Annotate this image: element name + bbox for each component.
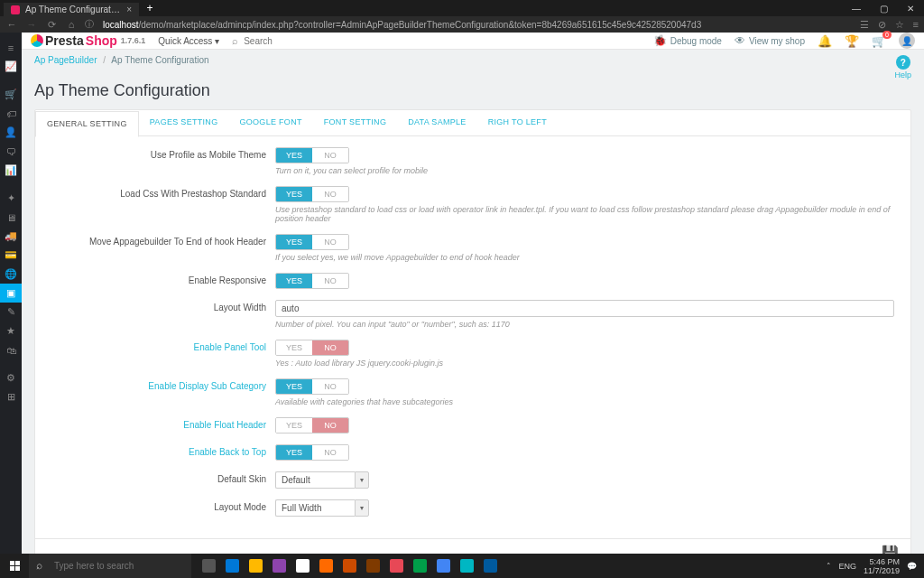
nav-back[interactable]: ← [5,19,18,30]
url-bar[interactable]: localhost/demo/marketplace/admincp/index… [101,20,853,30]
help-button[interactable]: ? Help [894,55,911,79]
tab-right-to-left[interactable]: RIGH TO LEFT [477,110,558,135]
window-maximize[interactable]: ▢ [870,4,897,14]
search-icon: ⌕ [232,35,238,46]
toggle[interactable]: YES NO [275,147,349,163]
toggle-no[interactable]: NO [312,340,348,355]
toggle-yes[interactable]: YES [276,235,312,249]
menu-icon[interactable]: ≡ [913,19,919,31]
tab-font-setting[interactable]: FONT SETTING [313,110,397,135]
toggle[interactable]: YES NO [275,444,349,461]
form-label: Enable Back to Top [51,444,275,457]
form-row: Move Appagebuilder To End of hook Header… [51,234,894,262]
sidebar-dashboard-icon[interactable]: 📈 [0,57,22,76]
quick-access-dropdown[interactable]: Quick Access ▾ [158,36,219,46]
toggle[interactable]: YES NO [275,340,349,356]
search-input[interactable] [244,36,352,46]
sidebar-customers-icon[interactable]: 👤 [0,123,22,142]
toggle-yes[interactable]: YES [276,418,312,433]
sidebar-orders-icon[interactable]: 🛒 [0,85,22,104]
toggle-no[interactable]: NO [312,235,348,249]
debug-mode-link[interactable]: 🐞Debug mode [653,34,722,47]
toggle-no[interactable]: NO [312,148,348,163]
sidebar-stats-icon[interactable]: 📊 [0,161,22,180]
select-value: Default [275,471,355,489]
toggle[interactable]: YES NO [275,234,349,250]
form-label: Move Appagebuilder To End of hook Header [51,234,275,247]
toggle-yes[interactable]: YES [276,187,312,201]
topbar: PrestaShop 1.7.6.1 Quick Access ▾ ⌕ 🐞Deb… [22,33,924,50]
sidebar-advanced-icon[interactable]: ⊞ [0,387,22,406]
toggle-yes[interactable]: YES [276,274,312,288]
toggle-yes[interactable]: YES [276,379,312,394]
protection-icon[interactable]: ⊘ [878,19,886,31]
form-label: Default Skin [51,471,275,484]
toggle[interactable]: YES NO [275,378,349,395]
toggle-no[interactable]: NO [312,445,348,460]
tab-google-font[interactable]: GOOGLE FONT [228,110,312,135]
close-icon[interactable]: × [126,5,132,14]
sidebar-configure-icon[interactable]: ⚙ [0,368,22,387]
select[interactable]: Default ▾ [275,471,369,489]
nav-home[interactable]: ⌂ [65,19,78,30]
sidebar-design-icon[interactable]: 🖥 [0,208,22,227]
tabs: GENERAL SETTING PAGES SETTING GOOGLE FON… [35,110,910,136]
select[interactable]: Full Width ▾ [275,499,369,517]
logo[interactable]: PrestaShop 1.7.6.1 [31,33,145,48]
nav-forward: → [25,19,38,30]
tab-data-sample[interactable]: DATA SAMPLE [397,110,477,135]
toggle-no[interactable]: NO [312,379,348,394]
toggle[interactable]: YES NO [275,417,349,434]
chevron-down-icon[interactable]: ▾ [355,499,369,517]
browser-tab[interactable]: Ap Theme Configuration • m × [4,3,139,16]
tab-favicon [11,5,20,14]
sidebar-payment-icon[interactable]: 💳 [0,246,22,265]
layout-width-input[interactable] [275,300,894,317]
cart-icon[interactable]: 🛒0 [872,34,886,48]
toggle-no[interactable]: NO [312,418,348,433]
form-label: Enable Display Sub Category [51,378,275,391]
logo-icon [31,34,43,47]
nav-reload[interactable]: ⟳ [45,19,58,31]
bookmark-icon[interactable]: ☆ [895,19,904,31]
sidebar-modules-icon[interactable]: ✦ [0,189,22,208]
tab-general-setting[interactable]: GENERAL SETTING [35,111,139,137]
toggle-yes[interactable]: YES [276,445,312,460]
toggle-yes[interactable]: YES [276,340,312,355]
reader-icon[interactable]: ☰ [860,19,869,31]
toggle-yes[interactable]: YES [276,148,312,163]
form-row: Enable Float Header YES NO [51,417,894,434]
toggle-no[interactable]: NO [312,187,348,201]
new-tab-button[interactable]: + [143,2,157,14]
toggle-no[interactable]: NO [312,274,348,288]
sidebar-catalog-icon[interactable]: 🏷 [0,104,22,123]
window-close[interactable]: ✕ [897,4,924,14]
save-button[interactable]: 💾 Save [881,545,900,554]
notifications-icon[interactable]: 🔔 [818,34,832,48]
toggle[interactable]: YES NO [275,273,349,289]
view-shop-link[interactable]: 👁View my shop [735,34,805,47]
form-label: Enable Panel Tool [51,340,275,352]
sidebar-marketing-icon[interactable]: ★ [0,322,22,340]
form-label: Layout Mode [51,499,275,512]
sidebar-appagebuilder-icon[interactable]: ▣ [0,284,22,303]
breadcrumb-parent[interactable]: Ap PageBuilder [34,55,97,65]
sidebar-support-icon[interactable]: 🗨 [0,142,22,161]
form-row: Default Skin Default ▾ [51,471,894,489]
chevron-down-icon[interactable]: ▾ [355,471,369,489]
sidebar-shipping-icon[interactable]: 🚚 [0,227,22,246]
form-label: Enable Float Header [51,417,275,430]
breadcrumb: Ap PageBuilder / Ap Theme Configuration [34,55,209,65]
toggle[interactable]: YES NO [275,186,349,202]
sidebar-themes-icon[interactable]: ✎ [0,303,22,322]
sidebar-other-icon[interactable]: 🛍 [0,340,22,359]
tab-pages-setting[interactable]: PAGES SETTING [139,110,229,135]
sidebar-menu-icon[interactable]: ≡ [0,38,22,57]
hint: Turn on it, you can select profile for m… [275,166,894,175]
sidebar-intl-icon[interactable]: 🌐 [0,265,22,284]
trophy-icon[interactable]: 🏆 [845,34,859,48]
help-icon: ? [896,55,910,70]
window-minimize[interactable]: — [843,4,870,14]
avatar[interactable]: 👤 [899,33,915,49]
info-icon[interactable]: ⓘ [85,18,94,31]
